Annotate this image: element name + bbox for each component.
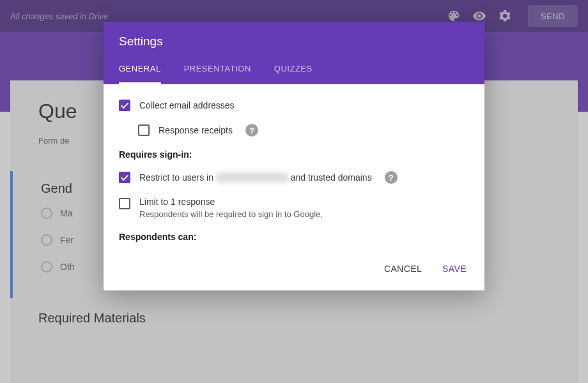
- respondents-can-heading: Respondents can:: [119, 232, 469, 242]
- collect-email-label: Collect email addresses: [139, 100, 235, 110]
- dialog-body: Collect email addresses Response receipt…: [104, 84, 484, 252]
- limit-one-subtext: Respondents will be required to sign in …: [139, 209, 323, 219]
- dialog-tabs: GENERAL PRESENTATION QUIZZES: [119, 64, 469, 84]
- tab-quizzes[interactable]: QUIZZES: [274, 64, 313, 84]
- limit-one-checkbox[interactable]: [119, 198, 130, 209]
- limit-one-row: Limit to 1 response Respondents will be …: [119, 197, 469, 219]
- tab-general[interactable]: GENERAL: [119, 64, 161, 84]
- restrict-domain-label: Restrict to users in redacted-domain and…: [139, 172, 372, 183]
- response-receipts-row: Response receipts ?: [138, 124, 469, 137]
- tab-presentation[interactable]: PRESENTATION: [184, 64, 251, 84]
- collect-email-row: Collect email addresses: [119, 100, 469, 111]
- dialog-header: Settings GENERAL PRESENTATION QUIZZES: [104, 22, 484, 84]
- limit-one-label: Limit to 1 response: [139, 197, 323, 207]
- settings-dialog: Settings GENERAL PRESENTATION QUIZZES Co…: [104, 22, 484, 290]
- response-receipts-label: Response receipts: [159, 125, 233, 135]
- collect-email-checkbox[interactable]: [119, 100, 130, 111]
- requires-signin-heading: Requires sign-in:: [119, 149, 469, 160]
- dialog-actions: CANCEL SAVE: [104, 252, 484, 290]
- restrict-domain-row: Restrict to users in redacted-domain and…: [119, 171, 469, 184]
- cancel-button[interactable]: CANCEL: [382, 260, 424, 278]
- help-icon[interactable]: ?: [385, 171, 398, 184]
- save-button[interactable]: SAVE: [440, 260, 469, 278]
- help-icon[interactable]: ?: [245, 124, 258, 137]
- modal-overlay: Settings GENERAL PRESENTATION QUIZZES Co…: [0, 0, 588, 383]
- dialog-title: Settings: [119, 34, 469, 49]
- response-receipts-checkbox[interactable]: [138, 124, 150, 136]
- restrict-domain-checkbox[interactable]: [119, 172, 130, 183]
